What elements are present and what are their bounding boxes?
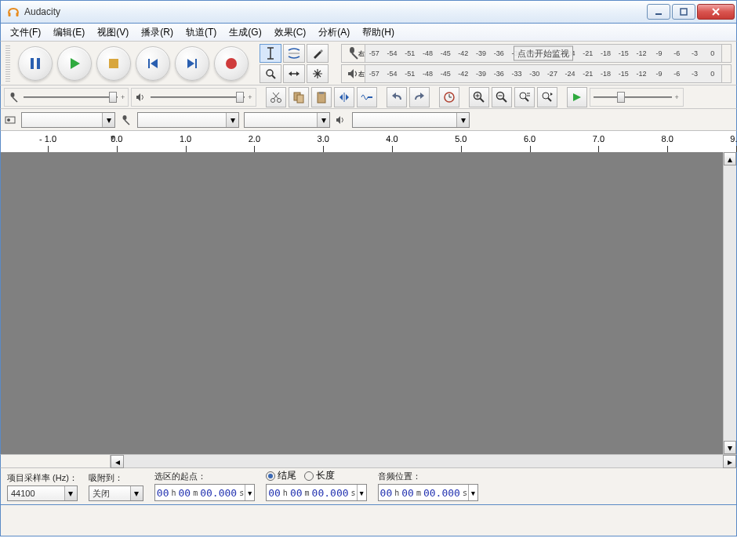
horizontal-scrollbar[interactable]: ◂ ▸ bbox=[0, 454, 737, 467]
record-button[interactable] bbox=[214, 46, 249, 81]
minimize-button[interactable] bbox=[647, 4, 670, 20]
recording-volume: + bbox=[4, 88, 129, 107]
fit-selection-button[interactable] bbox=[514, 87, 535, 107]
menu-bar: 文件(F) 编辑(E) 视图(V) 播录(R) 轨道(T) 生成(G) 效果(C… bbox=[0, 24, 737, 41]
play-button[interactable] bbox=[57, 46, 92, 81]
svg-line-17 bbox=[272, 75, 275, 78]
svg-line-58 bbox=[125, 120, 129, 125]
silence-button[interactable] bbox=[357, 87, 377, 107]
chevron-down-icon[interactable]: ▾ bbox=[245, 485, 254, 500]
menu-tracks[interactable]: 轨道(T) bbox=[180, 24, 223, 41]
menu-transport[interactable]: 播录(R) bbox=[135, 24, 180, 41]
chevron-down-icon: ▾ bbox=[317, 113, 329, 127]
audio-host-combo[interactable]: ▾ bbox=[21, 112, 115, 128]
app-icon bbox=[7, 5, 20, 18]
svg-rect-1 bbox=[16, 13, 19, 16]
zoom-out-button[interactable] bbox=[492, 87, 512, 107]
menu-generate[interactable]: 生成(G) bbox=[223, 24, 267, 41]
recording-volume-slider[interactable] bbox=[24, 95, 118, 100]
recording-meter[interactable]: 左右 -57-54-51-48-45-42-39-36-33-30-27-24-… bbox=[341, 44, 732, 63]
scroll-down-button[interactable]: ▾ bbox=[724, 441, 736, 454]
skip-end-button[interactable] bbox=[175, 46, 209, 81]
svg-rect-0 bbox=[9, 13, 11, 16]
playback-speed-slider[interactable] bbox=[594, 95, 672, 100]
snap-to-label: 吸附到： bbox=[89, 472, 143, 484]
svg-line-22 bbox=[352, 53, 358, 59]
chevron-down-icon: ▾ bbox=[64, 486, 77, 500]
mic-icon bbox=[8, 91, 20, 104]
selection-end-timecode[interactable]: 00h 00m 00.000s ▾ bbox=[266, 484, 366, 501]
chevron-down-icon[interactable]: ▾ bbox=[357, 485, 366, 500]
selection-toolbar: 项目采样率 (Hz)： 44100▾ 吸附到： 关闭▾ 选区的起点： 00h 0… bbox=[0, 467, 737, 505]
window-title: Audacity bbox=[24, 6, 647, 17]
svg-line-5 bbox=[713, 9, 719, 15]
svg-rect-3 bbox=[681, 9, 687, 15]
chevron-down-icon[interactable]: ▾ bbox=[468, 485, 477, 500]
zoom-in-button[interactable] bbox=[469, 87, 489, 107]
recording-channels-combo[interactable]: ▾ bbox=[244, 112, 330, 128]
rec-meter-hint[interactable]: 点击开始监视 bbox=[514, 45, 573, 60]
cut-button[interactable] bbox=[266, 87, 286, 107]
envelope-tool[interactable] bbox=[283, 44, 305, 63]
scroll-left-button[interactable]: ◂ bbox=[111, 455, 124, 468]
scroll-right-button[interactable]: ▸ bbox=[723, 455, 736, 468]
svg-point-16 bbox=[267, 70, 273, 76]
svg-point-56 bbox=[7, 118, 10, 122]
timeline-ruler[interactable]: ▾ - 1.00.01.02.03.04.05.06.07.08.09.0 bbox=[0, 130, 737, 152]
skip-start-button[interactable] bbox=[136, 46, 170, 81]
copy-button[interactable] bbox=[289, 87, 309, 107]
playback-volume-slider[interactable] bbox=[151, 95, 245, 100]
snap-to-combo[interactable]: 关闭▾ bbox=[89, 485, 143, 501]
menu-analyze[interactable]: 分析(A) bbox=[312, 24, 356, 41]
transport-toolbar: 左右 -57-54-51-48-45-42-39-36-33-30-27-24-… bbox=[0, 41, 737, 85]
mic-icon bbox=[120, 114, 133, 126]
toolbar-grip[interactable] bbox=[5, 45, 10, 82]
playback-device-combo[interactable]: ▾ bbox=[352, 112, 470, 128]
selection-start-timecode[interactable]: 00h 00m 00.000s ▾ bbox=[154, 484, 255, 501]
multi-tool[interactable] bbox=[307, 64, 329, 83]
chevron-down-icon: ▾ bbox=[130, 486, 143, 500]
menu-help[interactable]: 帮助(H) bbox=[356, 24, 401, 41]
sync-lock-button[interactable] bbox=[439, 87, 459, 107]
menu-view[interactable]: 视图(V) bbox=[91, 24, 135, 41]
svg-point-47 bbox=[520, 93, 526, 99]
speaker-icon bbox=[335, 114, 347, 126]
zoom-tool[interactable] bbox=[260, 64, 281, 83]
project-rate-combo[interactable]: 44100▾ bbox=[7, 485, 78, 501]
maximize-button[interactable] bbox=[672, 4, 695, 20]
menu-edit[interactable]: 编辑(E) bbox=[47, 24, 91, 41]
rec-meter-scale: -57-54-51-48-45-42-39-36-33-30-27-24-21-… bbox=[365, 45, 721, 62]
draw-tool[interactable] bbox=[307, 44, 329, 63]
menu-file[interactable]: 文件(F) bbox=[4, 24, 47, 41]
paste-button[interactable] bbox=[311, 87, 332, 107]
rec-meter-menu[interactable] bbox=[721, 45, 731, 62]
timeshift-tool[interactable] bbox=[283, 64, 305, 83]
playback-meter[interactable]: 左右 -57-54-51-48-45-42-39-36-33-30-27-24-… bbox=[341, 64, 732, 83]
device-toolbar: ▾ ▾ ▾ ▾ bbox=[0, 108, 737, 130]
stop-button[interactable] bbox=[96, 46, 131, 81]
redo-button[interactable] bbox=[409, 87, 430, 107]
audio-position-timecode[interactable]: 00h 00m 00.000s ▾ bbox=[378, 484, 478, 501]
undo-button[interactable] bbox=[387, 87, 407, 107]
chevron-down-icon: ▾ bbox=[226, 113, 238, 127]
recording-device-combo[interactable]: ▾ bbox=[137, 112, 239, 128]
selection-length-radio[interactable]: 长度 bbox=[304, 469, 335, 482]
selection-end-radio[interactable]: 结尾 bbox=[266, 469, 296, 482]
scroll-up-button[interactable]: ▴ bbox=[724, 152, 736, 165]
play-meter-menu[interactable] bbox=[721, 65, 731, 82]
menu-effect[interactable]: 效果(C) bbox=[268, 24, 313, 41]
speaker-icon bbox=[135, 91, 147, 104]
trim-button[interactable] bbox=[334, 87, 354, 107]
svg-rect-6 bbox=[31, 58, 34, 69]
mic-icon: 左右 bbox=[342, 45, 365, 62]
fit-project-button[interactable] bbox=[537, 87, 557, 107]
pause-button[interactable] bbox=[18, 46, 53, 81]
vertical-scrollbar[interactable]: ▴ ▾ bbox=[723, 152, 736, 454]
play-at-speed-button[interactable] bbox=[567, 87, 587, 107]
tracks-canvas[interactable] bbox=[1, 152, 723, 454]
close-button[interactable] bbox=[697, 4, 735, 20]
audio-host-icon bbox=[4, 114, 16, 126]
svg-line-4 bbox=[713, 9, 719, 15]
svg-rect-32 bbox=[297, 95, 303, 103]
selection-tool[interactable] bbox=[260, 44, 281, 63]
